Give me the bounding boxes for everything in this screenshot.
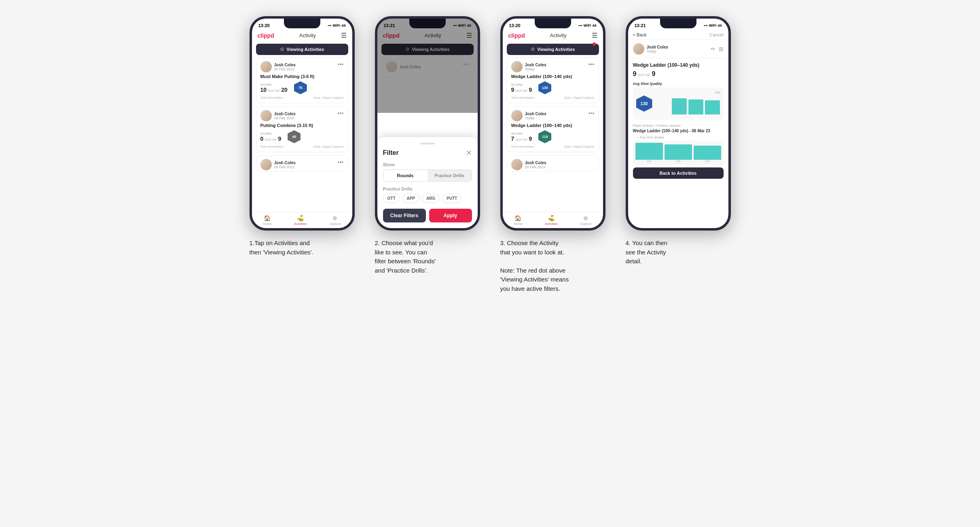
toggle-row: Rounds Practice Drills (383, 169, 472, 182)
screen-content-1: Josh Coles 28 Feb 2023 ••• Must Make Put… (252, 57, 352, 212)
card-title-1-2: Putting Combine (3-15 ft) (260, 123, 344, 128)
more-dots-1-2[interactable]: ••• (338, 110, 344, 116)
clear-filters-button[interactable]: Clear Filters (383, 209, 426, 222)
drills-label: Practice Drills (383, 186, 472, 191)
score-label-3-2: Score (511, 132, 532, 135)
activities-icon-1: ⛳ (297, 215, 304, 221)
more-dots-3-1[interactable]: ••• (588, 61, 595, 68)
hex-bg-3-2: 118 (538, 130, 551, 143)
activity-card-1-3[interactable]: Josh Coles 28 Feb 2023 ••• (256, 155, 348, 171)
user-name-3-3: Josh Coles (525, 161, 546, 165)
shots-value-3-1: 9 (529, 87, 532, 93)
tag-ott[interactable]: OTT (383, 194, 400, 203)
menu-icon-1[interactable]: ☰ (341, 32, 347, 39)
activity-card-3-3[interactable]: Josh Coles 28 Feb 2023 (507, 155, 599, 171)
capture-icon-1: ⊕ (332, 215, 337, 221)
home-label-3: Home (514, 222, 522, 226)
user-date-3-2: Today (525, 116, 546, 120)
apply-button[interactable]: Apply (429, 209, 472, 222)
nav-capture-1[interactable]: ⊕ Capture (329, 215, 341, 226)
wifi-icon-4: WiFi (709, 23, 717, 28)
more-dots-1-1[interactable]: ••• (338, 61, 344, 68)
menu-icon-3[interactable]: ☰ (592, 32, 597, 39)
score-block-1-1: Score 10 OUT OF 20 (260, 83, 288, 93)
user-info-1-3: Josh Coles 28 Feb 2023 (274, 161, 296, 169)
hist-bar-col-2: 129 (665, 144, 692, 163)
back-button[interactable]: < Back (633, 32, 647, 37)
nav-capture-3[interactable]: ⊕ Capture (580, 215, 591, 226)
detail-user-info: Josh Coles Today (633, 43, 668, 55)
tag-putt[interactable]: PUTT (442, 194, 461, 203)
expand-icon[interactable]: ⊞ (719, 46, 724, 52)
nav-activities-3[interactable]: ⛳ Activities (545, 215, 558, 226)
close-icon-filter[interactable]: ✕ (466, 148, 472, 157)
avatar-1-1 (260, 61, 272, 72)
hist-label-2: 129 (676, 160, 681, 163)
nav-activities-1[interactable]: ⛳ Activities (294, 215, 307, 226)
phone-4-notch (660, 19, 696, 28)
viewing-activities-label-3: Viewing Activities (538, 47, 575, 52)
phone-3-frame: 13:20 ▪▪▪ WiFi 44 clippd Activity ☰ ⚙ (500, 16, 605, 231)
edit-icon[interactable]: ✏ (711, 46, 715, 52)
back-to-activities-button[interactable]: Back to Activities (633, 167, 724, 179)
activity-card-3-1[interactable]: Josh Coles Today ••• Wedge Ladder (100–1… (507, 57, 599, 103)
more-dots-1-3[interactable]: ••• (338, 159, 344, 165)
chart-top-label: 130 (672, 91, 720, 94)
card-title-1-1: Must Make Putting (3-6 ft) (260, 74, 344, 79)
outof-label-3-2: OUT OF (515, 138, 527, 142)
nav-title-1: Activity (299, 32, 316, 38)
detail-score-row: 9 OUT OF 9 (633, 70, 724, 78)
detail-score-value: 9 (633, 70, 637, 78)
phone-3-notch (535, 19, 571, 28)
history-chart: 132 129 124 (633, 141, 724, 165)
status-icons-1: ▪▪▪ WiFi 44 (328, 23, 346, 28)
home-icon-3: 🏠 (514, 215, 521, 221)
cancel-button[interactable]: Cancel (709, 32, 723, 37)
user-name-3-1: Josh Coles (525, 63, 546, 67)
tag-app[interactable]: APP (402, 194, 420, 203)
avatar-3-3 (511, 159, 523, 170)
shots-value-1-1: 20 (281, 87, 288, 93)
user-date-3-1: Today (525, 67, 546, 71)
filter-sheet: Filter ✕ Show Rounds Practice Drills Pra… (377, 137, 478, 228)
phone-1-screen: 13:20 ▪▪▪ WiFi 44 clippd Activity ☰ ⚙ (252, 19, 352, 228)
avatar-1-2 (260, 110, 272, 121)
tag-arg[interactable]: ARG (422, 194, 440, 203)
phone-4-screen: 13:21 ▪▪▪ WiFi 44 < Back Cancel (628, 19, 728, 228)
rounds-toggle[interactable]: Rounds (383, 170, 428, 181)
footer-info-3-2: Test Information (511, 145, 534, 148)
card-title-3-1: Wedge Ladder (100–140 yds) (511, 74, 595, 79)
filter-icon-3: ⚙ (531, 47, 535, 52)
card-footer-3-1: Test Information Data: Clippd Capture (511, 96, 595, 99)
phone-3-col: 13:20 ▪▪▪ WiFi 44 clippd Activity ☰ ⚙ (496, 16, 610, 293)
hex-bg-1-2: 45 (288, 130, 301, 143)
card-header-1-1: Josh Coles 28 Feb 2023 ••• (260, 61, 344, 72)
detail-shots-value: 9 (652, 70, 655, 78)
viewing-activities-bar-3[interactable]: ⚙ Viewing Activities (507, 44, 599, 55)
signal-icon-3: ▪▪▪ (578, 23, 582, 28)
more-dots-3-2[interactable]: ••• (588, 110, 595, 116)
card-user-3-3: Josh Coles 28 Feb 2023 (511, 159, 546, 170)
footer-data-1-1: Data: Clippd Capture (313, 96, 344, 99)
activity-card-1-2[interactable]: Josh Coles 28 Feb 2023 ••• Putting Combi… (256, 106, 348, 152)
outof-row-1-2: 0 OUT OF 9 (260, 135, 282, 142)
nav-home-3[interactable]: 🏠 Home (514, 215, 522, 226)
score-label-3-1: Score (511, 83, 532, 87)
session-title: Wedge Ladder (100–140 yds) - 06 Mar 23 (633, 129, 724, 133)
practice-toggle[interactable]: Practice Drills (428, 170, 472, 181)
shots-value-1-2: 9 (278, 135, 281, 142)
score-block-3-1: Score 9 OUT OF 9 (511, 83, 532, 93)
wifi-icon: WiFi (333, 23, 341, 28)
activity-card-1-1[interactable]: Josh Coles 28 Feb 2023 ••• Must Make Put… (256, 57, 348, 103)
user-info-1-1: Josh Coles 28 Feb 2023 (274, 63, 296, 71)
hist-bar-col-3: 124 (694, 146, 721, 163)
activity-card-3-2[interactable]: Josh Coles Today ••• Wedge Ladder (100–1… (507, 106, 599, 152)
score-label-1-1: Score (260, 83, 288, 87)
viewing-activities-bar-1[interactable]: ⚙ Viewing Activities (256, 44, 348, 55)
battery-icon-4: 44 (718, 23, 722, 28)
nav-home-1[interactable]: 🏠 Home (263, 215, 271, 226)
activities-icon-3: ⛳ (548, 215, 555, 221)
stats-row-1-2: Score 0 OUT OF 9 45 (260, 130, 344, 143)
session-breadcrumb: Player Activity > Practice Session (633, 124, 724, 127)
score-block-3-2: Score 7 OUT OF 9 (511, 132, 532, 142)
